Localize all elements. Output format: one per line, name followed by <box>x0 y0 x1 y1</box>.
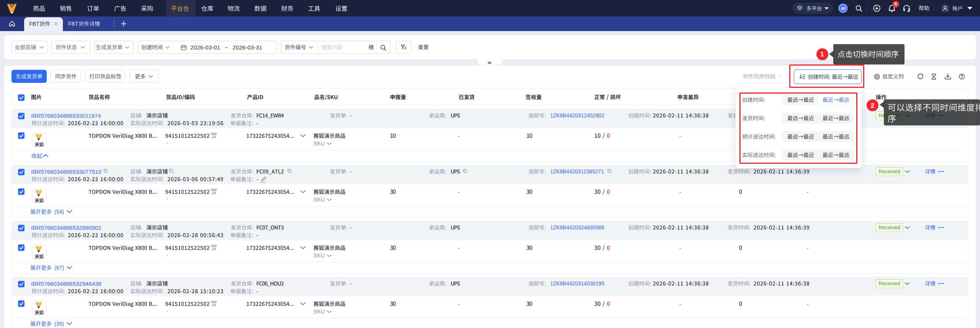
svg-text:AI: AI <box>841 6 846 10</box>
